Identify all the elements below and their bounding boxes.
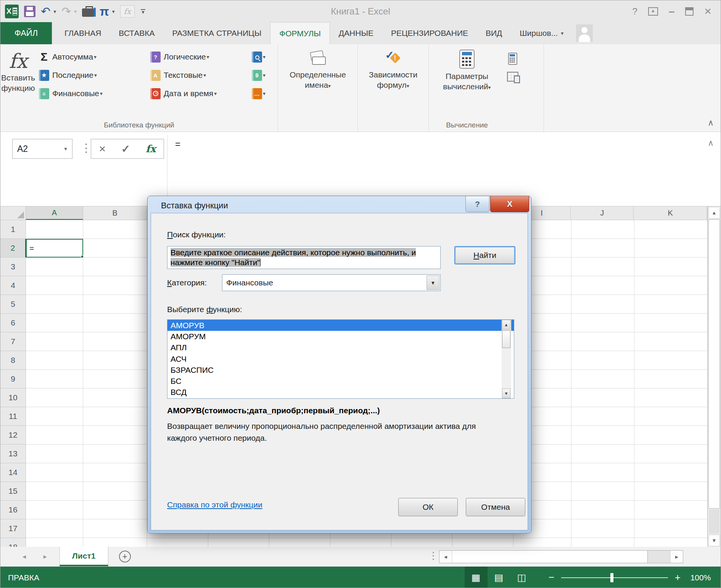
- grid-cell[interactable]: [330, 538, 391, 547]
- column-header[interactable]: J: [571, 206, 634, 220]
- horizontal-scrollbar-thumb[interactable]: [452, 551, 648, 563]
- grid-cell[interactable]: [83, 295, 147, 314]
- autosum-button[interactable]: Σ Автосумма▾: [36, 49, 147, 65]
- calculate-now-icon[interactable]: [508, 53, 517, 65]
- lookup-functions-button[interactable]: ▾: [249, 49, 278, 65]
- excel-logo-icon[interactable]: X: [5, 5, 19, 18]
- calculation-options-button[interactable]: Параметрывычислений ▾: [429, 44, 505, 93]
- more-functions-button[interactable]: … ▾: [249, 85, 278, 101]
- calculate-sheet-icon[interactable]: [507, 72, 518, 82]
- grid-cell[interactable]: [83, 501, 147, 519]
- grid-cell[interactable]: [26, 276, 83, 295]
- formula-auditing-button[interactable]: ✓ ! Зависимостиформул ▾: [358, 44, 428, 91]
- grid-cell[interactable]: [83, 482, 147, 501]
- user-avatar[interactable]: [576, 24, 593, 42]
- category-select[interactable]: Финансовые ▼: [222, 274, 441, 291]
- formula-input[interactable]: = ∧: [167, 135, 716, 204]
- redo-icon[interactable]: ↷: [61, 6, 71, 17]
- grid-cell[interactable]: [83, 426, 147, 445]
- row-header[interactable]: 13: [0, 445, 26, 463]
- grid-cell[interactable]: [571, 370, 634, 388]
- row-header[interactable]: 17: [0, 519, 26, 538]
- name-box[interactable]: A2 ▾: [12, 139, 72, 159]
- grid-cell[interactable]: [634, 501, 708, 519]
- grid-cell[interactable]: [391, 538, 452, 547]
- financial-functions-button[interactable]: ≡ Финансовые▾: [36, 85, 147, 101]
- defined-names-button[interactable]: Определенныеимена ▾: [278, 44, 357, 91]
- row-header[interactable]: 15: [0, 482, 26, 501]
- cancel-entry-icon[interactable]: ×: [99, 142, 106, 155]
- dialog-close-icon[interactable]: X: [490, 196, 529, 212]
- column-header[interactable]: K: [634, 206, 707, 220]
- tab-insert[interactable]: ВСТАВКА: [110, 22, 163, 44]
- grid-cell[interactable]: [571, 519, 634, 538]
- grid-cell[interactable]: [571, 463, 634, 482]
- list-scroll-up-icon[interactable]: ▲: [502, 320, 510, 330]
- zoom-level[interactable]: 100%: [681, 573, 721, 582]
- select-all-corner[interactable]: [0, 206, 26, 220]
- add-sheet-icon[interactable]: +: [119, 551, 131, 562]
- grid-cell[interactable]: [571, 239, 634, 258]
- math-functions-button[interactable]: θ ▾: [249, 67, 278, 83]
- restore-icon[interactable]: [685, 7, 694, 16]
- vertical-scrollbar-thumb[interactable]: [708, 219, 720, 509]
- grid-cell[interactable]: [83, 276, 147, 295]
- expand-formula-bar-icon[interactable]: ∧: [708, 138, 714, 148]
- formula-bar-splitter[interactable]: ⋮: [80, 141, 92, 155]
- row-header[interactable]: 18: [0, 538, 26, 547]
- formula-input-value[interactable]: =: [175, 139, 180, 150]
- grid-cell[interactable]: [83, 445, 147, 463]
- find-button[interactable]: Найти: [454, 246, 515, 264]
- grid-cell[interactable]: [26, 538, 83, 547]
- function-list-item[interactable]: АСЧ: [167, 353, 514, 364]
- cancel-button[interactable]: Отмена: [466, 498, 525, 516]
- row-header[interactable]: 10: [0, 388, 26, 407]
- grid-cell[interactable]: [26, 258, 83, 276]
- column-header[interactable]: A: [26, 206, 83, 220]
- tab-page-layout[interactable]: РАЗМЕТКА СТРАНИЦЫ: [164, 22, 270, 44]
- function-list-scrollbar[interactable]: ▲ ▼: [502, 320, 511, 398]
- collapse-ribbon-icon[interactable]: ∧: [708, 118, 714, 128]
- grid-cell[interactable]: [26, 519, 83, 538]
- grid-cell[interactable]: [634, 220, 708, 239]
- grid-cell[interactable]: [571, 388, 634, 407]
- row-header[interactable]: 16: [0, 501, 26, 519]
- grid-cell[interactable]: [634, 332, 708, 351]
- grid-cell[interactable]: [634, 482, 708, 501]
- tab-view[interactable]: ВИД: [477, 22, 511, 44]
- recent-functions-button[interactable]: ★ Последние▾: [36, 67, 147, 83]
- help-on-function-link[interactable]: Справка по этой функции: [167, 500, 262, 509]
- row-header[interactable]: 9: [0, 370, 26, 388]
- grid-cell[interactable]: [83, 388, 147, 407]
- grid-cell[interactable]: [634, 276, 708, 295]
- grid-cell[interactable]: [147, 538, 208, 547]
- help-icon[interactable]: ?: [632, 6, 637, 17]
- grid-cell[interactable]: [571, 538, 634, 547]
- grid-cell[interactable]: [83, 258, 147, 276]
- grid-cell[interactable]: [634, 426, 708, 445]
- grid-cell[interactable]: [634, 388, 708, 407]
- function-list-item[interactable]: АМОРУМ: [167, 331, 514, 342]
- vertical-scrollbar[interactable]: ▲ ▼: [707, 206, 721, 547]
- category-dropdown-icon[interactable]: ▼: [426, 275, 439, 290]
- grid-cell[interactable]: [26, 388, 83, 407]
- dialog-help-icon[interactable]: ?: [465, 196, 489, 212]
- grid-cell[interactable]: [634, 239, 708, 258]
- text-functions-button[interactable]: A Текстовые▾: [147, 67, 249, 83]
- grid-cell[interactable]: [571, 501, 634, 519]
- column-header[interactable]: B: [83, 206, 147, 220]
- scroll-right-icon[interactable]: ►: [670, 551, 683, 563]
- sheet-tab-sheet1[interactable]: Лист1: [60, 547, 108, 566]
- grid-cell[interactable]: [571, 276, 634, 295]
- grid-cell[interactable]: [634, 463, 708, 482]
- minimize-icon[interactable]: –: [669, 5, 675, 18]
- next-sheet-icon[interactable]: ►: [42, 553, 48, 560]
- function-list-item[interactable]: АМОРУВ: [167, 320, 514, 331]
- row-header[interactable]: 1: [0, 220, 26, 239]
- close-icon[interactable]: ×: [704, 4, 711, 18]
- previous-sheet-icon[interactable]: ◄: [21, 553, 27, 560]
- grid-cell[interactable]: [83, 239, 147, 258]
- grid-cell[interactable]: [83, 407, 147, 426]
- row-header[interactable]: 5: [0, 295, 26, 314]
- list-scrollbar-thumb[interactable]: [502, 330, 510, 348]
